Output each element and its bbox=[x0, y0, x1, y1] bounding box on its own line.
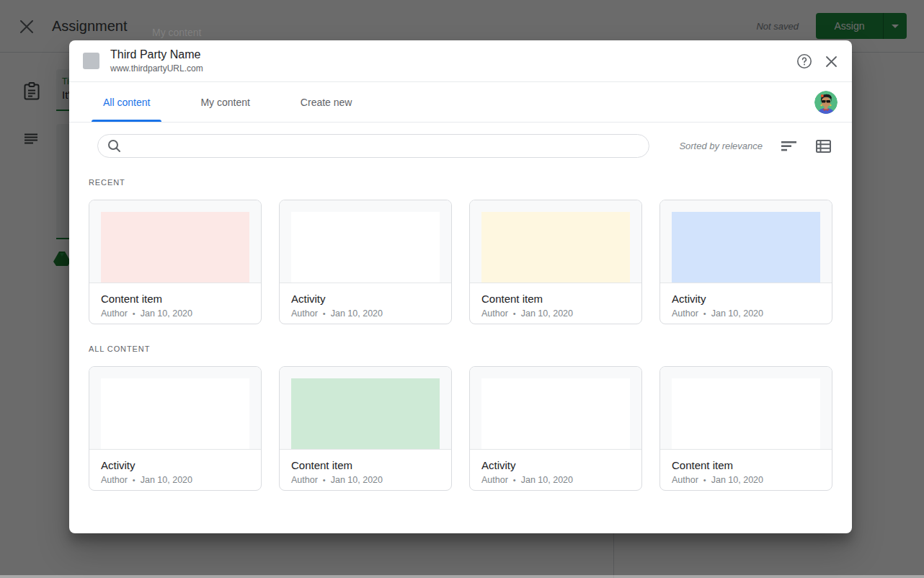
card-thumbnail bbox=[291, 212, 440, 283]
card-thumbnail bbox=[672, 378, 820, 449]
card-meta-dot: • bbox=[133, 476, 136, 484]
card-grid: Activity Author • Jan 10, 2020 Content i… bbox=[89, 366, 832, 491]
card-meta-dot: • bbox=[703, 309, 706, 318]
card-thumbnail bbox=[672, 212, 820, 283]
card-author: Author bbox=[101, 475, 128, 485]
content-card[interactable]: Content item Author • Jan 10, 2020 bbox=[659, 366, 832, 491]
card-date: Jan 10, 2020 bbox=[141, 308, 192, 319]
card-title: Content item bbox=[672, 459, 820, 471]
card-thumbnail-area bbox=[280, 367, 451, 449]
card-date: Jan 10, 2020 bbox=[521, 308, 573, 319]
search-icon bbox=[107, 139, 121, 153]
card-footer: Content item Author • Jan 10, 2020 bbox=[280, 449, 451, 485]
third-party-logo bbox=[83, 53, 99, 69]
card-date: Jan 10, 2020 bbox=[521, 475, 573, 485]
content-card[interactable]: Content item Author • Jan 10, 2020 bbox=[279, 366, 452, 491]
content-section: RECENT Content item Author • Jan 10, 202… bbox=[89, 178, 832, 324]
close-dialog-button[interactable] bbox=[825, 55, 838, 68]
content-card[interactable]: Activity Author • Jan 10, 2020 bbox=[279, 200, 452, 324]
help-button[interactable] bbox=[796, 53, 812, 69]
card-meta-dot: • bbox=[323, 476, 326, 484]
third-party-picker-dialog: Third Party Name www.thirdpartyURL.com A… bbox=[69, 40, 852, 533]
content-card[interactable]: Activity Author • Jan 10, 2020 bbox=[89, 366, 262, 491]
content-card[interactable]: Content item Author • Jan 10, 2020 bbox=[89, 200, 262, 324]
card-author: Author bbox=[291, 308, 318, 319]
content-card[interactable]: Activity Author • Jan 10, 2020 bbox=[659, 200, 832, 324]
card-author: Author bbox=[101, 308, 128, 319]
card-title: Activity bbox=[481, 459, 630, 471]
card-date: Jan 10, 2020 bbox=[711, 475, 763, 485]
card-meta: Author • Jan 10, 2020 bbox=[291, 475, 440, 485]
card-footer: Activity Author • Jan 10, 2020 bbox=[89, 449, 261, 485]
card-meta: Author • Jan 10, 2020 bbox=[291, 308, 440, 319]
card-author: Author bbox=[481, 308, 508, 319]
section-label: RECENT bbox=[89, 178, 832, 187]
card-meta-dot: • bbox=[703, 476, 706, 484]
card-thumbnail-area bbox=[470, 200, 641, 283]
content-sections: RECENT Content item Author • Jan 10, 202… bbox=[69, 178, 852, 491]
card-footer: Activity Author • Jan 10, 2020 bbox=[660, 283, 832, 319]
card-meta: Author • Jan 10, 2020 bbox=[101, 475, 249, 485]
card-thumbnail bbox=[481, 212, 630, 283]
provider-info: Third Party Name www.thirdpartyURL.com bbox=[110, 48, 203, 74]
card-meta: Author • Jan 10, 2020 bbox=[672, 308, 820, 319]
card-thumbnail-area bbox=[470, 367, 641, 449]
section-label: ALL CONTENT bbox=[89, 344, 832, 353]
card-footer: Content item Author • Jan 10, 2020 bbox=[470, 283, 641, 319]
card-meta-dot: • bbox=[323, 309, 326, 318]
tab-all-content[interactable]: All content bbox=[92, 82, 161, 122]
content-section: ALL CONTENT Activity Author • Jan 10, 20… bbox=[89, 344, 832, 491]
card-thumbnail bbox=[101, 378, 249, 449]
card-title: Content item bbox=[291, 459, 440, 471]
card-meta: Author • Jan 10, 2020 bbox=[672, 475, 820, 485]
content-card[interactable]: Activity Author • Jan 10, 2020 bbox=[469, 366, 642, 491]
card-meta: Author • Jan 10, 2020 bbox=[481, 475, 630, 485]
card-title: Activity bbox=[101, 459, 249, 471]
card-author: Author bbox=[672, 475, 698, 485]
card-date: Jan 10, 2020 bbox=[331, 308, 383, 319]
bottom-edge-strip bbox=[0, 575, 924, 578]
card-meta-dot: • bbox=[513, 476, 516, 484]
card-author: Author bbox=[481, 475, 508, 485]
tab-my-content[interactable]: My content bbox=[189, 82, 261, 122]
provider-name: Third Party Name bbox=[110, 48, 203, 61]
card-footer: Activity Author • Jan 10, 2020 bbox=[280, 283, 451, 319]
card-title: Content item bbox=[101, 293, 249, 305]
sort-status-text: Sorted by relevance bbox=[679, 141, 763, 151]
provider-url: www.thirdpartyURL.com bbox=[110, 63, 203, 74]
card-title: Activity bbox=[291, 293, 440, 305]
user-avatar[interactable] bbox=[814, 91, 838, 114]
card-title: Content item bbox=[481, 293, 630, 305]
card-footer: Content item Author • Jan 10, 2020 bbox=[89, 283, 261, 319]
search-box[interactable] bbox=[97, 134, 649, 158]
dialog-header: Third Party Name www.thirdpartyURL.com bbox=[69, 40, 852, 82]
sort-button[interactable] bbox=[781, 141, 797, 151]
card-author: Author bbox=[672, 308, 698, 319]
card-thumbnail-area bbox=[89, 367, 261, 449]
card-thumbnail bbox=[101, 212, 249, 283]
card-meta-dot: • bbox=[133, 309, 136, 318]
card-date: Jan 10, 2020 bbox=[711, 308, 763, 319]
search-input[interactable] bbox=[128, 135, 649, 157]
card-meta: Author • Jan 10, 2020 bbox=[481, 308, 630, 319]
ghost-tab-text: My content bbox=[152, 27, 201, 38]
card-thumbnail-area bbox=[660, 200, 832, 283]
card-thumbnail-area bbox=[280, 200, 451, 283]
tab-create-new[interactable]: Create new bbox=[289, 82, 364, 122]
card-thumbnail bbox=[291, 378, 440, 449]
card-meta: Author • Jan 10, 2020 bbox=[101, 308, 249, 319]
dialog-tabs: All content My content Create new bbox=[69, 82, 852, 123]
card-date: Jan 10, 2020 bbox=[141, 475, 192, 485]
dialog-toolbar: Sorted by relevance bbox=[69, 134, 852, 158]
card-meta-dot: • bbox=[513, 309, 516, 318]
card-thumbnail-area bbox=[660, 367, 832, 449]
content-card[interactable]: Content item Author • Jan 10, 2020 bbox=[469, 200, 642, 324]
card-grid: Content item Author • Jan 10, 2020 Activ… bbox=[89, 200, 832, 324]
card-title: Activity bbox=[672, 293, 820, 305]
card-thumbnail-area bbox=[89, 200, 261, 283]
card-author: Author bbox=[291, 475, 318, 485]
list-view-button[interactable] bbox=[816, 140, 831, 153]
card-date: Jan 10, 2020 bbox=[331, 475, 383, 485]
card-thumbnail bbox=[481, 378, 630, 449]
card-footer: Activity Author • Jan 10, 2020 bbox=[470, 449, 641, 485]
